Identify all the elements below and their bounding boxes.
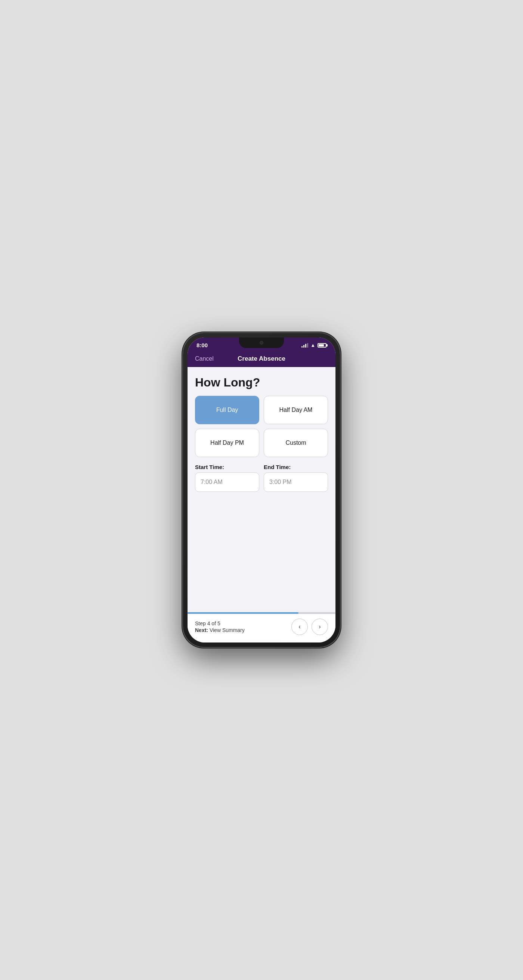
navigation-bar: Cancel Create Absence bbox=[188, 352, 335, 367]
custom-option[interactable]: Custom bbox=[264, 429, 328, 457]
status-icons: ▲ bbox=[302, 342, 326, 348]
front-camera bbox=[260, 341, 263, 345]
time-section: Start Time: 7:00 AM End Time: 3:00 PM bbox=[195, 464, 328, 492]
spacer bbox=[195, 499, 328, 603]
step-info: Step 4 of 5 Next: View Summary bbox=[195, 620, 245, 633]
notch bbox=[239, 337, 284, 348]
end-time-input[interactable]: 3:00 PM bbox=[264, 473, 328, 492]
page-title: How Long? bbox=[195, 376, 328, 389]
end-time-group: End Time: 3:00 PM bbox=[264, 464, 328, 492]
start-time-input[interactable]: 7:00 AM bbox=[195, 473, 259, 492]
step-next: Next: View Summary bbox=[195, 627, 245, 633]
half-day-pm-option[interactable]: Half Day PM bbox=[195, 429, 259, 457]
next-arrow-icon: › bbox=[319, 624, 321, 630]
step-text: Step 4 of 5 bbox=[195, 620, 245, 627]
wifi-icon: ▲ bbox=[310, 342, 315, 348]
start-time-label: Start Time: bbox=[195, 464, 259, 470]
half-day-am-option[interactable]: Half Day AM bbox=[264, 396, 328, 424]
nav-arrows: ‹ › bbox=[291, 619, 328, 635]
nav-title: Create Absence bbox=[238, 355, 285, 363]
phone-screen: 8:00 ▲ Cancel Create Absence How Lon bbox=[188, 337, 335, 643]
content-area: How Long? Full Day Half Day AM Half Day … bbox=[188, 367, 335, 612]
prev-button[interactable]: ‹ bbox=[291, 619, 308, 635]
prev-arrow-icon: ‹ bbox=[299, 624, 300, 630]
next-button[interactable]: › bbox=[312, 619, 328, 635]
full-day-option[interactable]: Full Day bbox=[195, 396, 259, 424]
phone-frame: 8:00 ▲ Cancel Create Absence How Lon bbox=[183, 333, 340, 647]
duration-options-grid: Full Day Half Day AM Half Day PM Custom bbox=[195, 396, 328, 457]
battery-icon bbox=[318, 343, 326, 348]
cancel-button[interactable]: Cancel bbox=[195, 355, 214, 362]
signal-icon bbox=[302, 343, 308, 348]
bottom-bar: Step 4 of 5 Next: View Summary ‹ › bbox=[188, 614, 335, 643]
start-time-group: Start Time: 7:00 AM bbox=[195, 464, 259, 492]
status-time: 8:00 bbox=[197, 342, 208, 348]
end-time-label: End Time: bbox=[264, 464, 328, 470]
